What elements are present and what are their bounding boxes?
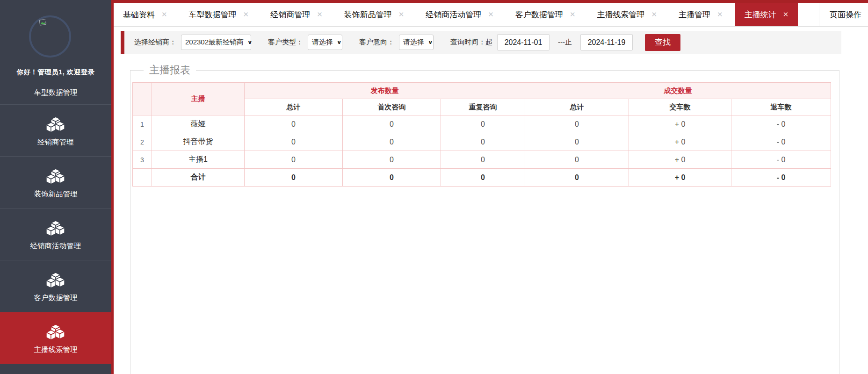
anchor-column-header: 主播	[152, 83, 245, 115]
anchor-name-cell: 抖音带货	[152, 133, 245, 151]
tab-anchor-mgmt[interactable]: 主播管理 ✕	[669, 3, 732, 26]
end-date-input[interactable]	[580, 34, 633, 50]
tab-close-icon[interactable]: ✕	[243, 10, 249, 19]
tab-label: 基础资料	[123, 9, 155, 20]
value-cell: 0	[343, 133, 441, 151]
chevron-down-icon: ∨	[247, 40, 253, 45]
search-button[interactable]: 查找	[645, 34, 680, 51]
tab-vehicle-data[interactable]: 车型数据管理 ✕	[180, 3, 259, 26]
anchor-report-table: 主播 发布数量 成交数量 总计 首次咨询 重复咨询 总计 交车数 退车数 1 薇…	[132, 82, 831, 187]
delivered-header: 交车数	[629, 99, 731, 115]
value-cell: 0	[441, 115, 525, 133]
tab-close-icon[interactable]: ✕	[717, 10, 723, 19]
total-label-cell: 合计	[152, 169, 245, 187]
dealer-select[interactable]: 202302最新经销商 ∨	[181, 35, 251, 50]
total-value-cell: 0	[245, 169, 343, 187]
welcome-text: 你好！管理员1, 欢迎登录	[0, 68, 111, 77]
date-range-to-label: ---止	[558, 38, 572, 47]
deal-total-header: 总计	[525, 99, 629, 115]
query-time-label: 查询时间：起	[450, 38, 492, 47]
value-cell: 0	[245, 151, 343, 169]
sidebar-item-dealer-activity[interactable]: 经销商活动管理	[0, 208, 111, 260]
sidebar-item-decoration-mgmt[interactable]: 装饰新品管理	[0, 156, 111, 208]
first-inquiry-header: 首次咨询	[343, 99, 441, 115]
tab-anchor-leads[interactable]: 主播线索管理 ✕	[587, 3, 666, 26]
tab-close-icon[interactable]: ✕	[488, 10, 494, 19]
total-value-cell: 0	[343, 169, 441, 187]
row-number-cell: 1	[133, 115, 152, 133]
tab-label: 主播统计	[745, 9, 776, 20]
sidebar-item-label: 经销商活动管理	[30, 242, 81, 250]
anchor-report-panel: 主播报表 主播 发布数量 成交数量 总计 首次咨询 重复咨询 总计	[130, 70, 839, 374]
value-cell: + 0	[629, 133, 731, 151]
tab-label: 主播管理	[679, 9, 710, 20]
value-cell: 0	[525, 133, 629, 151]
row-number-header	[133, 83, 152, 115]
tab-bar: 基础资料 ✕ 车型数据管理 ✕ 经销商管理 ✕ 装饰新品管理 ✕ 经销商活动管理…	[114, 3, 868, 27]
table-row: 3 主播1 0 0 0 0 + 0 - 0	[133, 151, 831, 169]
page-actions-button[interactable]: 页面操作	[819, 3, 868, 26]
sidebar-item-anchor-leads[interactable]: 主播线索管理	[0, 312, 111, 364]
tab-close-icon[interactable]: ✕	[161, 10, 167, 19]
tab-close-icon[interactable]: ✕	[317, 10, 323, 19]
tab-decoration-mgmt[interactable]: 装饰新品管理 ✕	[335, 3, 414, 26]
table-row: 1 薇娅 0 0 0 0 + 0 - 0	[133, 115, 831, 133]
sidebar-menu: 车型数据管理 经销商管理 装饰新品管理	[0, 86, 111, 364]
sidebar-item-label: 经销商管理	[37, 138, 74, 146]
tab-label: 经销商活动管理	[426, 9, 481, 20]
customer-intent-select[interactable]: 请选择 ∨	[399, 35, 434, 50]
value-cell: 0	[245, 133, 343, 151]
value-cell: 0	[343, 115, 441, 133]
panel-title: 主播报表	[144, 63, 196, 77]
tab-basic-info[interactable]: 基础资料 ✕	[114, 3, 177, 26]
value-cell: - 0	[731, 151, 831, 169]
value-cell: 0	[441, 133, 525, 151]
tab-dealer-activity[interactable]: 经销商活动管理 ✕	[416, 3, 503, 26]
customer-type-label: 客户类型：	[268, 38, 303, 47]
value-cell: 0	[525, 151, 629, 169]
total-value-cell: 0	[525, 169, 629, 187]
value-cell: + 0	[629, 151, 731, 169]
anchor-name-cell: 薇娅	[152, 115, 245, 133]
row-number-cell	[133, 169, 152, 187]
cubes-icon	[46, 117, 65, 133]
value-cell: 0	[441, 151, 525, 169]
value-cell: - 0	[731, 133, 831, 151]
sidebar: 你好！管理员1, 欢迎登录 车型数据管理 经销商管理 装饰新	[0, 0, 111, 374]
tab-close-icon[interactable]: ✕	[570, 10, 576, 19]
table-row: 2 抖音带货 0 0 0 0 + 0 - 0	[133, 133, 831, 151]
avatar	[29, 15, 71, 58]
sidebar-item-label: 客户数据管理	[34, 294, 78, 302]
main-area: 基础资料 ✕ 车型数据管理 ✕ 经销商管理 ✕ 装饰新品管理 ✕ 经销商活动管理…	[114, 0, 868, 374]
customer-type-value: 请选择	[312, 38, 333, 47]
dealer-select-value: 202302最新经销商	[185, 38, 244, 47]
table-total-row: 合计 0 0 0 0 + 0 - 0	[133, 169, 831, 187]
dealer-select-label: 选择经销商：	[134, 38, 176, 47]
tab-close-icon[interactable]: ✕	[783, 10, 789, 19]
tab-customer-data[interactable]: 客户数据管理 ✕	[506, 3, 585, 26]
repeat-inquiry-header: 重复咨询	[441, 99, 525, 115]
total-value-cell: - 0	[731, 169, 831, 187]
tab-close-icon[interactable]: ✕	[398, 10, 405, 19]
tab-anchor-stats[interactable]: 主播统计 ✕	[735, 3, 798, 26]
sidebar-item-vehicle-data[interactable]: 车型数据管理	[0, 86, 111, 104]
table-group-header-row: 主播 发布数量 成交数量	[133, 83, 831, 99]
value-cell: 0	[343, 151, 441, 169]
cubes-icon	[46, 273, 65, 288]
cubes-icon	[46, 221, 65, 237]
tab-close-icon[interactable]: ✕	[651, 10, 657, 19]
customer-type-select[interactable]: 请选择 ∨	[308, 35, 342, 50]
start-date-input[interactable]	[497, 34, 550, 50]
customer-intent-value: 请选择	[403, 38, 424, 47]
publish-total-header: 总计	[245, 99, 343, 115]
sidebar-item-customer-data[interactable]: 客户数据管理	[0, 260, 111, 312]
filter-bar: 选择经销商： 202302最新经销商 ∨ 客户类型： 请选择 ∨ 客户意向： 请…	[121, 31, 841, 54]
cubes-icon	[46, 169, 65, 185]
deal-count-group-header: 成交数量	[525, 83, 831, 99]
tab-dealer-mgmt[interactable]: 经销商管理 ✕	[261, 3, 332, 26]
returned-header: 退车数	[731, 99, 831, 115]
app-window: 你好！管理员1, 欢迎登录 车型数据管理 经销商管理 装饰新	[0, 0, 868, 374]
sidebar-item-dealer-mgmt[interactable]: 经销商管理	[0, 104, 111, 156]
sidebar-item-label: 车型数据管理	[34, 88, 78, 96]
chevron-down-icon: ∨	[428, 40, 433, 45]
